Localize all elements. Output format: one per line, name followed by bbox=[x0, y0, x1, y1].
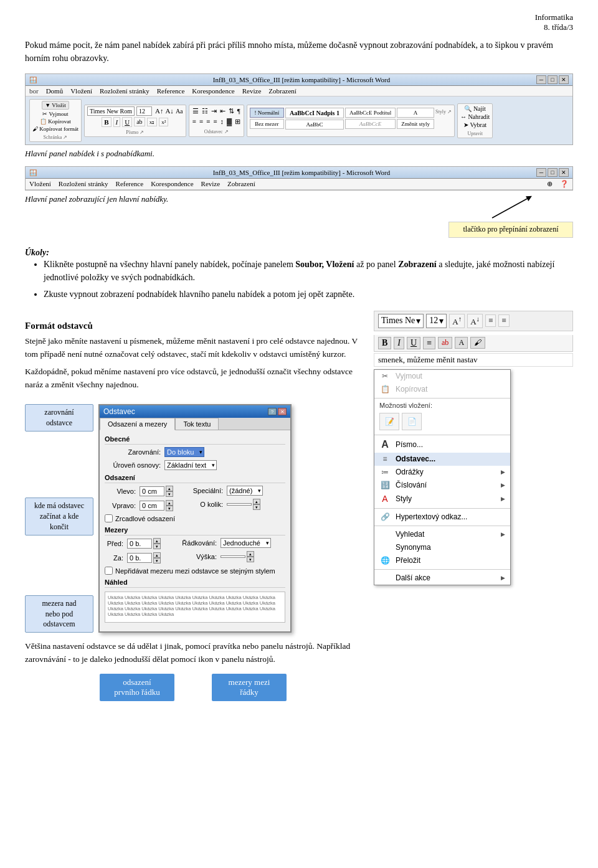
align-right-btn[interactable]: ≡ bbox=[206, 117, 211, 126]
o-kolik-input[interactable] bbox=[227, 503, 252, 506]
context-styly[interactable]: A Styly ▶ bbox=[374, 492, 510, 506]
vyska-input[interactable] bbox=[221, 555, 245, 558]
bold-toolbar-btn[interactable]: B bbox=[378, 337, 391, 349]
zarovnani-select[interactable]: Do bloku bbox=[164, 447, 204, 457]
justify-btn[interactable]: ≡ bbox=[212, 117, 217, 126]
style-podtitul[interactable]: AaBbCcE Podtitul bbox=[345, 108, 396, 118]
menu-item-reference-2[interactable]: Reference bbox=[116, 180, 144, 188]
zarovnani-select-wrapper[interactable]: Do bloku bbox=[164, 447, 204, 457]
dialog-close-btn[interactable]: ✕ bbox=[278, 408, 287, 415]
right-align-btn[interactable]: ≡ bbox=[498, 314, 509, 327]
vlevo-down[interactable]: ▾ bbox=[166, 491, 173, 497]
vyska-spinner-btns[interactable]: ▴ ▾ bbox=[247, 551, 254, 562]
ribbon-vlozit[interactable]: ▼ Vložit bbox=[42, 101, 69, 110]
font-shrink[interactable]: A↓ bbox=[165, 107, 173, 115]
context-prelozit[interactable]: 🌐 Přeložit bbox=[374, 554, 510, 567]
menu-item-reference[interactable]: Reference bbox=[157, 87, 185, 95]
paste-icon-1[interactable]: 📝 bbox=[379, 413, 399, 430]
para-mark-btn[interactable]: ¶ bbox=[237, 106, 241, 115]
underline-toolbar-btn[interactable]: U bbox=[407, 337, 420, 349]
close-btn-2[interactable]: ✕ bbox=[559, 168, 569, 177]
style-nadpis1[interactable]: AaBbCcI Nadpis 1 bbox=[285, 108, 344, 118]
style-a[interactable]: A bbox=[397, 108, 434, 118]
align-left-btn[interactable]: ≡ bbox=[192, 117, 197, 126]
context-cislovani[interactable]: 🔢 Číslování ▶ bbox=[374, 479, 510, 492]
menu-item-rozlozeni[interactable]: Rozložení stránky bbox=[100, 87, 150, 95]
menu-item-zobrazeni-2[interactable]: Zobrazení bbox=[227, 180, 255, 188]
pred-input[interactable]: 0 b. bbox=[127, 539, 152, 549]
maximize-btn-2[interactable]: □ bbox=[548, 168, 558, 177]
context-pismo[interactable]: A Písmo... bbox=[374, 437, 510, 453]
o-kolik-up[interactable]: ▴ bbox=[253, 499, 260, 504]
minimize-btn-1[interactable]: ─ bbox=[536, 75, 546, 84]
vpravo-spinner-btns[interactable]: ▴ ▾ bbox=[166, 500, 173, 511]
context-odstavec[interactable]: ≡ Odstavec... bbox=[374, 453, 510, 466]
font-grow[interactable]: A↑ bbox=[155, 107, 163, 115]
specialni-select[interactable]: (žádné) bbox=[227, 486, 263, 496]
o-kolik-down[interactable]: ▾ bbox=[253, 504, 260, 510]
minimize-btn-2[interactable]: ─ bbox=[536, 168, 546, 177]
radkovani-select[interactable]: Jednoduché bbox=[221, 538, 271, 548]
pred-down[interactable]: ▾ bbox=[153, 544, 161, 549]
specialni-select-wrapper[interactable]: (žádné) bbox=[227, 486, 263, 496]
context-copy[interactable]: 📋 Kopírovat bbox=[374, 383, 510, 396]
vpravo-up[interactable]: ▴ bbox=[166, 500, 173, 506]
style-nadpis2[interactable]: AaBbC bbox=[285, 120, 344, 130]
context-synonyma[interactable]: Synonyma bbox=[374, 541, 510, 554]
color-btn[interactable]: A bbox=[455, 337, 468, 349]
font-size-wrapper[interactable]: 12 ▾ bbox=[426, 314, 447, 328]
font-size-input[interactable]: 12 bbox=[136, 106, 152, 116]
menu-item-vlozeni[interactable]: Vložení bbox=[70, 87, 92, 95]
context-cut[interactable]: ✂ Vyjmout bbox=[374, 370, 510, 383]
style-zdurazneni[interactable]: AaBbCcE bbox=[345, 119, 396, 129]
expand-ribbon-btn[interactable]: ⊕ bbox=[547, 180, 553, 188]
indent-toolbar-btn[interactable]: ≡ bbox=[423, 337, 435, 349]
dialog-help-btn[interactable]: ? bbox=[268, 408, 277, 415]
dialog-tab-odsazeni[interactable]: Odsazení a mezery bbox=[100, 418, 175, 430]
uroven-select-wrapper[interactable]: Základní text bbox=[164, 460, 217, 470]
vlevo-input[interactable]: 0 cm bbox=[140, 486, 164, 496]
align-btn[interactable]: ≡ bbox=[485, 314, 496, 327]
num-list-btn[interactable]: ☷ bbox=[201, 106, 209, 116]
bold-btn[interactable]: B bbox=[102, 117, 111, 127]
pred-up[interactable]: ▴ bbox=[153, 538, 161, 544]
italic-toolbar-btn[interactable]: I bbox=[394, 337, 404, 349]
nepridavat-checkbox[interactable] bbox=[105, 567, 113, 575]
vlevo-up[interactable]: ▴ bbox=[166, 486, 173, 491]
ribbon-kopirovat[interactable]: 📋 Kopírovat bbox=[40, 118, 71, 125]
strikethrough-btn[interactable]: ab bbox=[134, 117, 145, 126]
context-vyhledat[interactable]: Vyhledat ▶ bbox=[374, 528, 510, 541]
menu-item-revize-2[interactable]: Revize bbox=[201, 180, 221, 188]
close-btn-1[interactable]: ✕ bbox=[559, 75, 569, 84]
context-hypertextovy[interactable]: 🔗 Hypertextový odkaz... bbox=[374, 511, 510, 524]
vpravo-input[interactable]: 0 cm bbox=[140, 501, 164, 511]
shrink-btn[interactable]: A↓ bbox=[467, 314, 483, 328]
marker-btn[interactable]: 🖌 bbox=[470, 337, 485, 349]
ab-underline-btn[interactable]: ab bbox=[438, 337, 452, 349]
za-up[interactable]: ▴ bbox=[153, 552, 161, 558]
menu-item-soubor[interactable]: bor bbox=[29, 87, 39, 95]
bullet-list-btn[interactable]: ☰ bbox=[192, 106, 199, 116]
ribbon-vyjmout[interactable]: ✂ Vyjmout bbox=[42, 111, 68, 117]
replace-btn[interactable]: ↔ Nahradit bbox=[460, 113, 490, 120]
menu-item-zobrazeni[interactable]: Zobrazení bbox=[268, 87, 297, 95]
style-zmenit[interactable]: Změnit styly bbox=[397, 119, 434, 129]
za-down[interactable]: ▾ bbox=[153, 558, 161, 564]
vyska-down[interactable]: ▾ bbox=[247, 557, 254, 562]
grow-btn[interactable]: A↑ bbox=[449, 314, 465, 328]
font-name-wrapper[interactable]: Times Ne ▾ bbox=[378, 314, 424, 328]
select-btn[interactable]: ➤ Vybrat bbox=[463, 121, 486, 128]
zrcadlove-checkbox[interactable] bbox=[105, 514, 113, 522]
clear-format[interactable]: Aa bbox=[176, 108, 183, 115]
indent-btn[interactable]: ⇥ bbox=[211, 106, 217, 116]
align-center-btn[interactable]: ≡ bbox=[199, 117, 204, 126]
outdent-btn[interactable]: ⇤ bbox=[219, 106, 226, 116]
style-normalni[interactable]: ! Normální bbox=[250, 108, 284, 118]
style-bez-mezer[interactable]: Bez mezer bbox=[250, 119, 284, 129]
menu-item-korespondence[interactable]: Korespondence bbox=[192, 87, 234, 95]
vyska-up[interactable]: ▴ bbox=[247, 551, 254, 557]
sort-btn[interactable]: ⇅ bbox=[228, 106, 235, 116]
win-controls-1[interactable]: ─ □ ✕ bbox=[536, 75, 569, 84]
context-dalsi[interactable]: Další akce ▶ bbox=[374, 572, 510, 585]
menu-item-korespondence-2[interactable]: Korespondence bbox=[151, 180, 193, 188]
